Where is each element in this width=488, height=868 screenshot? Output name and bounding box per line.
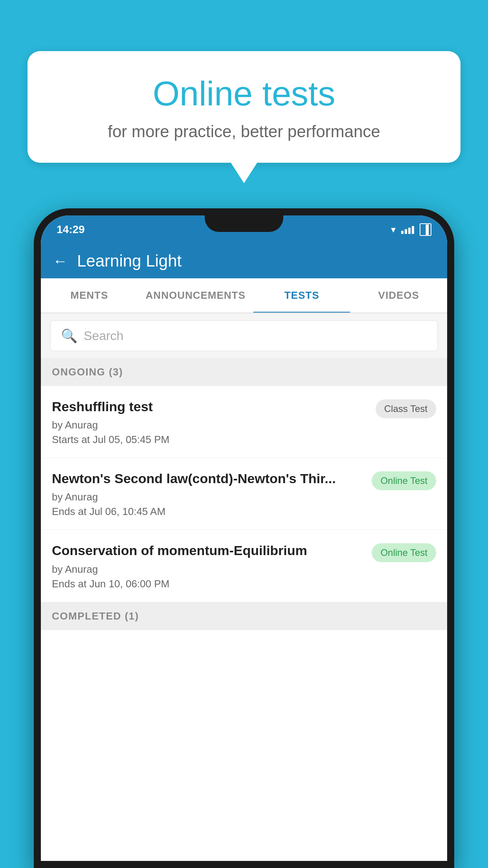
test-item[interactable]: Reshuffling test by Anurag Starts at Jul… bbox=[41, 386, 447, 458]
test-badge-3: Online Test bbox=[372, 543, 436, 562]
test-badge-2: Online Test bbox=[372, 471, 436, 490]
test-item[interactable]: Conservation of momentum-Equilibrium by … bbox=[41, 530, 447, 602]
signal-icon bbox=[401, 225, 414, 234]
tab-videos[interactable]: VIDEOS bbox=[350, 278, 447, 313]
phone-frame: 14:29 ▾ ▐ ← Learning Light MENTS bbox=[34, 208, 454, 868]
test-info-2: Newton's Second law(contd)-Newton's Thir… bbox=[52, 470, 364, 518]
test-badge-1: Class Test bbox=[376, 399, 436, 418]
completed-section-header: COMPLETED (1) bbox=[41, 602, 447, 630]
test-time-3: Ends at Jun 10, 06:00 PM bbox=[52, 578, 364, 590]
bubble-subtitle: for more practice, better performance bbox=[43, 122, 445, 141]
phone-notch bbox=[205, 215, 283, 232]
test-time-1: Starts at Jul 05, 05:45 PM bbox=[52, 434, 368, 446]
bubble-title: Online tests bbox=[43, 75, 445, 113]
search-icon: 🔍 bbox=[61, 328, 77, 344]
test-by-3: by Anurag bbox=[52, 563, 364, 576]
status-time: 14:29 bbox=[57, 223, 85, 236]
battery-icon: ▐ bbox=[420, 223, 431, 236]
back-button[interactable]: ← bbox=[53, 253, 68, 270]
status-icons: ▾ ▐ bbox=[391, 223, 431, 236]
search-bar[interactable]: 🔍 Search bbox=[50, 320, 438, 351]
tabs-container: MENTS ANNOUNCEMENTS TESTS VIDEOS bbox=[41, 278, 447, 313]
tab-ments[interactable]: MENTS bbox=[41, 278, 138, 313]
promo-bubble: Online tests for more practice, better p… bbox=[28, 51, 460, 163]
search-container: 🔍 Search bbox=[41, 313, 447, 358]
tab-announcements[interactable]: ANNOUNCEMENTS bbox=[138, 278, 253, 313]
app-title: Learning Light bbox=[77, 252, 182, 270]
test-name-3: Conservation of momentum-Equilibrium bbox=[52, 542, 364, 559]
phone-screen: 14:29 ▾ ▐ ← Learning Light MENTS bbox=[41, 215, 447, 861]
test-name-1: Reshuffling test bbox=[52, 398, 368, 415]
test-info-3: Conservation of momentum-Equilibrium by … bbox=[52, 542, 364, 590]
test-time-2: Ends at Jul 06, 10:45 AM bbox=[52, 506, 364, 518]
search-placeholder: Search bbox=[84, 329, 123, 343]
ongoing-section-header: ONGOING (3) bbox=[41, 358, 447, 386]
tab-tests[interactable]: TESTS bbox=[253, 278, 350, 313]
app-header: ← Learning Light bbox=[41, 244, 447, 278]
test-list: Reshuffling test by Anurag Starts at Jul… bbox=[41, 386, 447, 602]
test-name-2: Newton's Second law(contd)-Newton's Thir… bbox=[52, 470, 364, 487]
test-by-2: by Anurag bbox=[52, 491, 364, 503]
test-info-1: Reshuffling test by Anurag Starts at Jul… bbox=[52, 398, 368, 446]
test-by-1: by Anurag bbox=[52, 419, 368, 431]
test-item[interactable]: Newton's Second law(contd)-Newton's Thir… bbox=[41, 458, 447, 530]
wifi-icon: ▾ bbox=[391, 224, 396, 235]
